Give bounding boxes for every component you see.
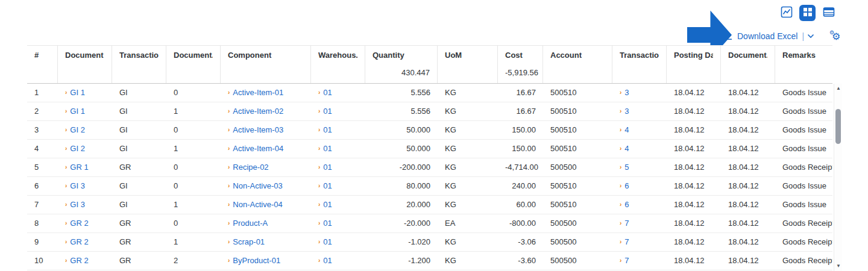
warehouse-link[interactable]: 01 (323, 144, 332, 153)
transaction-link[interactable]: 4 (624, 125, 629, 134)
document-link[interactable]: GI 3 (70, 181, 85, 190)
cell-document_item: 0 (166, 214, 221, 233)
cell-transaction_type: GR (112, 214, 166, 233)
column-header-cost[interactable]: Cost-5,919.56 (498, 46, 543, 83)
column-header-warehouse[interactable]: Warehous... (311, 46, 365, 83)
cell-warehouse: ›01 (311, 158, 365, 177)
list-view-button[interactable] (820, 5, 837, 21)
cell-remarks: Goods Issue (775, 196, 832, 214)
cell-uom: KG (438, 102, 498, 121)
cell-remarks: Goods Receipt (775, 158, 832, 177)
scroll-down-icon[interactable]: ▼ (834, 263, 843, 270)
document-link[interactable]: GI 1 (70, 88, 85, 97)
component-link[interactable]: Scrap-01 (233, 237, 265, 246)
transaction-link[interactable]: 7 (624, 237, 629, 246)
column-header-transaction-type[interactable]: Transactio... (112, 46, 166, 83)
component-link[interactable]: Recipe-02 (233, 163, 268, 172)
vertical-scrollbar[interactable]: ▲ ▼ (834, 84, 842, 271)
cell-posting_date: 18.04.12 (667, 233, 721, 252)
chart-view-button[interactable] (778, 5, 794, 21)
column-header-component[interactable]: Component (221, 46, 311, 83)
cell-remarks: Goods Issue (775, 84, 832, 102)
component-link[interactable]: Product-A (233, 219, 268, 228)
cell-document: ›GI 2 (58, 140, 112, 158)
transaction-link[interactable]: 7 (624, 219, 629, 228)
link-chevron-icon: › (65, 126, 67, 133)
chevron-down-icon[interactable] (807, 34, 814, 39)
cell-account: 500510 (543, 196, 612, 214)
cell-uom: KG (438, 196, 498, 214)
cell-document_date: 18.04.12 (721, 196, 775, 214)
cell-document_item: 0 (166, 121, 221, 140)
component-link[interactable]: Active-Item-04 (233, 144, 283, 153)
link-chevron-icon: › (65, 164, 67, 170)
warehouse-link[interactable]: 01 (323, 237, 332, 246)
document-link[interactable]: GI 1 (70, 107, 85, 116)
document-link[interactable]: GR 2 (70, 256, 88, 265)
transaction-link[interactable]: 5 (624, 163, 629, 172)
document-link[interactable]: GR 2 (70, 237, 88, 246)
transaction-link[interactable]: 3 (624, 107, 629, 116)
column-header-document-date[interactable]: Document... (721, 46, 775, 83)
cell-document_item: 1 (166, 140, 221, 158)
column-header-transaction[interactable]: Transactio... (612, 46, 667, 83)
transaction-link[interactable]: 6 (624, 200, 629, 209)
cell-transaction_type: GR (112, 233, 166, 252)
component-link[interactable]: Non-Active-03 (233, 181, 282, 190)
settings-button[interactable]: ⚙ ⚙ (828, 28, 844, 45)
download-excel-link[interactable]: Download Excel (737, 31, 797, 41)
warehouse-link[interactable]: 01 (323, 200, 332, 209)
cell-uom: EA (438, 214, 498, 233)
document-link[interactable]: GI 2 (70, 144, 85, 153)
cell-account: 500500 (543, 252, 612, 270)
component-link[interactable]: Active-Item-01 (233, 88, 283, 97)
document-link[interactable]: GI 2 (70, 125, 85, 134)
cell-posting_date: 18.04.12 (667, 158, 721, 177)
table-row: 5›GR 1GR0›Recipe-02›01-200.000KG-4,714.0… (27, 158, 832, 177)
link-chevron-icon: › (65, 108, 67, 114)
warehouse-link[interactable]: 01 (323, 125, 332, 134)
scroll-up-icon[interactable]: ▲ (834, 85, 843, 92)
warehouse-link[interactable]: 01 (323, 163, 332, 172)
cell-document_item: 1 (166, 196, 221, 214)
cell-cost: 150.00 (498, 121, 543, 140)
warehouse-link[interactable]: 01 (323, 107, 332, 116)
warehouse-link[interactable]: 01 (323, 219, 332, 228)
cell-component: ›Active-Item-04 (221, 140, 311, 158)
view-switch (778, 5, 837, 21)
link-chevron-icon: › (620, 108, 621, 114)
column-header-idx[interactable]: # (27, 46, 58, 83)
document-link[interactable]: GR 1 (70, 163, 88, 172)
warehouse-link[interactable]: 01 (323, 88, 332, 97)
cell-posting_date: 18.04.12 (667, 140, 721, 158)
component-link[interactable]: Non-Active-04 (233, 200, 282, 209)
link-chevron-icon: › (228, 108, 230, 114)
cell-transaction: ›5 (612, 158, 667, 177)
column-header-posting-date[interactable]: Posting Date (667, 46, 721, 83)
cell-document_item: 0 (166, 177, 221, 196)
component-link[interactable]: ByProduct-01 (233, 256, 280, 265)
column-header-quantity[interactable]: Quantity430.447 (365, 46, 438, 83)
cell-document: ›GR 2 (58, 214, 112, 233)
column-header-remarks[interactable]: Remarks (775, 46, 832, 83)
chart-icon (781, 6, 793, 20)
transaction-link[interactable]: 4 (624, 144, 629, 153)
transaction-link[interactable]: 6 (624, 181, 629, 190)
document-link[interactable]: GR 2 (70, 219, 88, 228)
transaction-link[interactable]: 3 (624, 88, 629, 97)
list-icon (823, 6, 835, 20)
cell-document_item: 0 (166, 84, 221, 102)
scrollbar-thumb[interactable] (835, 109, 841, 144)
column-header-account[interactable]: Account (543, 46, 612, 83)
component-link[interactable]: Active-Item-03 (233, 125, 283, 134)
warehouse-link[interactable]: 01 (323, 181, 332, 190)
column-header-document-item[interactable]: Document... (166, 46, 221, 83)
cell-quantity: 5.556 (365, 102, 438, 121)
warehouse-link[interactable]: 01 (323, 256, 332, 265)
component-link[interactable]: Active-Item-02 (233, 107, 283, 116)
column-header-document[interactable]: Document (58, 46, 112, 83)
column-header-uom[interactable]: UoM (438, 46, 498, 83)
transaction-link[interactable]: 7 (624, 256, 629, 265)
table-view-button[interactable] (799, 5, 816, 21)
document-link[interactable]: GI 3 (70, 200, 85, 209)
